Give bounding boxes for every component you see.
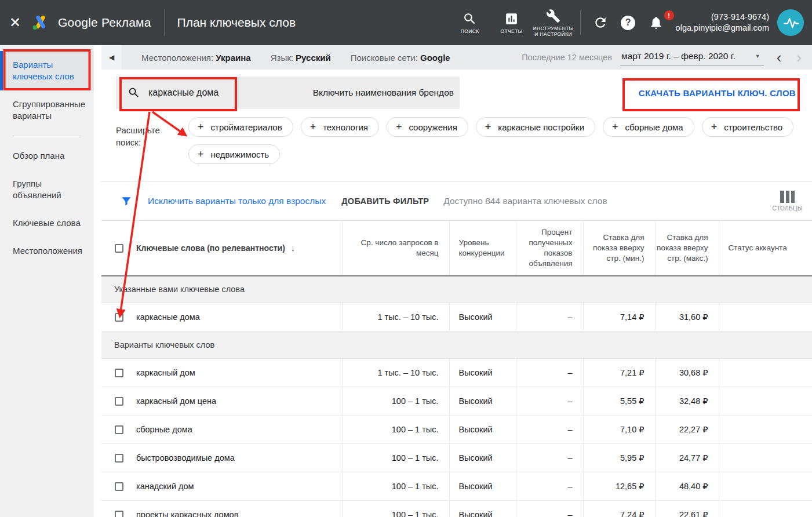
close-icon[interactable]: ✕	[0, 14, 30, 31]
tools-label: ИНСТРУМЕНТЫ И НАСТРОЙКИ	[533, 26, 574, 37]
columns-button[interactable]: СТОЛБЦЫ	[773, 191, 803, 212]
notification-badge: !	[664, 10, 674, 20]
header-competition[interactable]: Уровень конкуренции	[449, 221, 516, 276]
search-icon	[463, 12, 477, 26]
expand-search-row: Расширьте поиск: +стройматериалов+технол…	[101, 116, 812, 181]
download-keyword-ideas-button[interactable]: СКАЧАТЬ ВАРИАНТЫ КЛЮЧ. СЛОВ	[639, 88, 796, 98]
row-checkbox[interactable]	[115, 313, 123, 322]
bid-low-cell: 7,21 ₽	[583, 359, 655, 387]
sidebar-item-plan-overview[interactable]: Обзор плана	[0, 142, 94, 170]
header-checkbox-cell	[101, 221, 130, 276]
competition-cell: Высокий	[449, 444, 516, 472]
add-filter-button[interactable]: ДОБАВИТЬ ФИЛЬТР	[341, 196, 429, 206]
sort-desc-icon: ↓	[291, 243, 296, 253]
chip-label: сооружения	[409, 122, 457, 132]
page-title: План ключевых слов	[177, 16, 296, 30]
include-brands-toggle[interactable]: Включить наименования брендов	[313, 88, 460, 98]
topbar-actions: ПОИСК ОТЧЕТЫ ИНСТРУМЕНТЫ И НАСТРОЙКИ ? !…	[449, 9, 812, 37]
expand-chip[interactable]: +технология	[301, 117, 379, 137]
filter-funnel-icon	[121, 195, 132, 207]
sidebar-item-keywords[interactable]: Ключевые слова	[0, 209, 94, 237]
magnifier-icon	[128, 86, 140, 99]
refresh-icon	[593, 15, 608, 30]
setting-language-value: Русский	[296, 53, 331, 63]
tools-settings-button[interactable]: ИНСТРУМЕНТЫ И НАСТРОЙКИ	[533, 9, 574, 37]
keyword-search-bar: Включить наименования брендов	[116, 77, 460, 109]
expand-chip[interactable]: +стройматериалов	[188, 117, 293, 137]
row-checkbox-cell	[101, 472, 130, 501]
impression-share-cell: –	[516, 387, 583, 416]
header-impression-share[interactable]: Процент полученных показов объявления	[516, 221, 583, 276]
search-nav-button[interactable]: ПОИСК	[449, 12, 491, 34]
row-checkbox-cell	[101, 303, 130, 332]
plus-icon: +	[198, 121, 204, 133]
table-row: проекты каркасных домов100 – 1 тыс.Высок…	[101, 501, 812, 517]
keyword-cell: каркасный дом	[130, 359, 342, 387]
chevron-down-icon: ▼	[755, 53, 760, 59]
table-section-row: Указанные вами ключевые слова	[101, 276, 812, 303]
setting-networks[interactable]: Поисковые сети: Google	[351, 53, 450, 63]
plus-icon: +	[711, 121, 718, 133]
row-checkbox-cell	[101, 501, 130, 517]
topbar-divider	[580, 10, 581, 35]
account-status-cell	[719, 501, 812, 517]
bid-low-cell: 5,95 ₽	[583, 444, 655, 472]
row-checkbox[interactable]	[115, 397, 123, 406]
sidebar-item-grouped-ideas[interactable]: Сгруппированные варианты	[0, 90, 94, 130]
account-status-cell	[719, 387, 812, 416]
row-checkbox[interactable]	[115, 482, 123, 491]
setting-networks-value: Google	[420, 53, 450, 63]
header-keyword-label: Ключевые слова (по релевантности)	[136, 243, 285, 253]
plus-icon: +	[310, 121, 316, 133]
impression-share-cell: –	[516, 501, 583, 517]
reports-button[interactable]: ОТЧЕТЫ	[491, 12, 533, 34]
keyword-search-box[interactable]	[116, 86, 313, 99]
expand-chip[interactable]: +каркасные постройки	[476, 117, 595, 137]
notifications-button[interactable]: !	[642, 15, 670, 30]
header-volume[interactable]: Ср. число запросов в месяц	[342, 221, 449, 276]
expand-chip[interactable]: +сборные дома	[603, 117, 694, 137]
refresh-button[interactable]	[587, 15, 614, 30]
setting-locations[interactable]: Местоположения: Украина	[141, 53, 251, 63]
row-checkbox[interactable]	[115, 511, 123, 517]
row-checkbox[interactable]	[115, 369, 123, 377]
avatar[interactable]	[777, 9, 804, 36]
expand-chip[interactable]: +строительство	[702, 117, 794, 137]
period-controls: Последние 12 месяцев март 2019 г. – февр…	[522, 49, 812, 66]
sidebar-item-keyword-ideas[interactable]: Варианты ключевых слов	[0, 51, 94, 90]
keyword-search-input[interactable]	[148, 88, 282, 98]
row-checkbox[interactable]	[115, 425, 123, 434]
filter-bar: Исключить варианты только для взрослых Д…	[101, 181, 812, 220]
period-label: Последние 12 месяцев	[522, 53, 612, 62]
period-prev-button[interactable]: ‹	[777, 52, 782, 63]
period-next-button[interactable]: ›	[796, 52, 802, 63]
chips-row-2: +недвижимость	[188, 144, 806, 164]
select-all-checkbox[interactable]	[115, 244, 123, 253]
table-row: сборные дома100 – 1 тыс.Высокий–7,10 ₽22…	[101, 416, 812, 444]
exclude-adult-link[interactable]: Исключить варианты только для взрослых	[148, 196, 326, 206]
setting-language[interactable]: Язык: Русский	[271, 53, 331, 63]
tools-icon	[546, 9, 560, 23]
sidebar-item-ad-groups[interactable]: Группы объявлений	[0, 170, 94, 209]
expand-chips: +стройматериалов+технология+сооружения+к…	[180, 117, 806, 172]
header-keyword[interactable]: Ключевые слова (по релевантности)↓	[130, 221, 342, 276]
expand-chip[interactable]: +сооружения	[387, 117, 468, 137]
topbar-divider	[164, 9, 165, 36]
header-bid-high[interactable]: Ставка для показа вверху стр. (макс.)	[655, 221, 719, 276]
row-checkbox[interactable]	[115, 454, 123, 463]
sidebar-item-locations[interactable]: Местоположения	[0, 237, 94, 265]
date-range-select[interactable]: март 2019 г. – февр. 2020 г. ▼	[620, 49, 764, 66]
expand-chip[interactable]: +недвижимость	[188, 144, 280, 164]
help-button[interactable]: ?	[614, 16, 642, 30]
keyword-cell: быстровозводимые дома	[130, 444, 342, 472]
chips-row-1: +стройматериалов+технология+сооружения+к…	[188, 117, 806, 137]
table-row: каркасный дом цена100 – 1 тыс.Высокий–5,…	[101, 387, 812, 416]
competition-cell: Высокий	[449, 303, 516, 332]
header-bid-low[interactable]: Ставка для показа вверху стр. (мин.)	[583, 221, 655, 276]
header-account-status[interactable]: Статус аккаунта	[719, 221, 812, 276]
topbar: ✕ Google Реклама План ключевых слов ПОИС…	[0, 0, 812, 45]
row-checkbox-cell	[101, 359, 130, 387]
collapse-panel-button[interactable]: ◀	[101, 45, 122, 70]
bid-high-cell: 22,27 ₽	[655, 416, 719, 444]
bid-low-cell: 7,14 ₽	[583, 303, 655, 332]
